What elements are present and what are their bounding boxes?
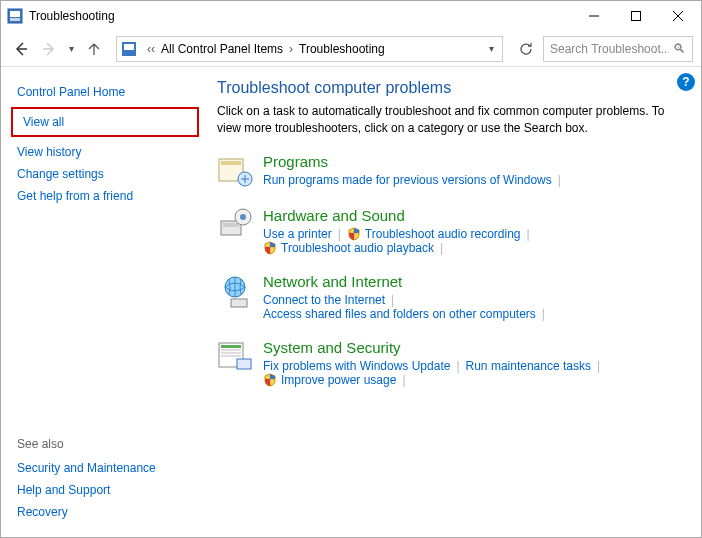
up-button[interactable] [82, 37, 106, 61]
link-connect-internet[interactable]: Connect to the Internet [263, 293, 385, 307]
breadcrumb-item-2[interactable]: Troubleshooting [299, 42, 385, 56]
link-divider: | [440, 241, 443, 255]
search-box[interactable]: 🔍︎ [543, 36, 693, 62]
link-shared-files[interactable]: Access shared files and folders on other… [263, 307, 536, 321]
category-title[interactable]: Hardware and Sound [263, 207, 681, 224]
sidebar-recovery[interactable]: Recovery [11, 501, 199, 523]
category-system: System and Security Fix problems with Wi… [217, 339, 681, 387]
svg-point-17 [240, 214, 246, 220]
svg-rect-2 [10, 18, 20, 21]
category-title[interactable]: Programs [263, 153, 681, 170]
svg-rect-1 [10, 11, 20, 17]
category-network: Network and Internet Connect to the Inte… [217, 273, 681, 321]
sidebar-change-settings[interactable]: Change settings [11, 163, 199, 185]
titlebar: Troubleshooting [1, 1, 701, 31]
shield-icon [263, 241, 277, 255]
category-programs: Programs Run programs made for previous … [217, 153, 681, 189]
link-power-usage[interactable]: Improve power usage [263, 373, 396, 387]
back-button[interactable] [9, 37, 33, 61]
search-icon: 🔍︎ [673, 41, 686, 56]
svg-rect-22 [221, 349, 241, 351]
system-icon [217, 339, 253, 375]
link-use-printer[interactable]: Use a printer [263, 227, 332, 241]
svg-rect-25 [237, 359, 251, 369]
breadcrumb-separator[interactable]: ‹‹ [147, 42, 155, 56]
category-hardware: Hardware and Sound Use a printer | Troub… [217, 207, 681, 255]
sidebar-home[interactable]: Control Panel Home [11, 81, 199, 103]
svg-rect-4 [632, 12, 641, 21]
link-run-programs-compat[interactable]: Run programs made for previous versions … [263, 173, 552, 187]
svg-rect-23 [221, 352, 241, 354]
sidebar: Control Panel Home View all View history… [1, 67, 209, 537]
sidebar-help-support[interactable]: Help and Support [11, 479, 199, 501]
programs-icon [217, 153, 253, 189]
svg-rect-15 [223, 223, 239, 227]
see-also-heading: See also [11, 431, 199, 457]
network-icon [217, 273, 253, 309]
minimize-button[interactable] [573, 2, 615, 30]
link-divider: | [402, 373, 405, 387]
toolbar: ▾ ‹‹ All Control Panel Items › Troublesh… [1, 31, 701, 67]
svg-rect-10 [124, 44, 134, 50]
svg-rect-24 [221, 355, 241, 357]
svg-rect-21 [221, 345, 241, 348]
address-dropdown[interactable]: ▾ [485, 43, 498, 54]
link-divider: | [558, 173, 561, 187]
page-title: Troubleshoot computer problems [217, 79, 681, 97]
close-button[interactable] [657, 2, 699, 30]
help-button[interactable]: ? [677, 73, 695, 91]
highlight-box: View all [11, 107, 199, 137]
shield-icon [347, 227, 361, 241]
control-panel-icon [121, 41, 137, 57]
sidebar-view-history[interactable]: View history [11, 141, 199, 163]
link-divider: | [338, 227, 341, 241]
app-icon [7, 8, 23, 24]
link-divider: | [542, 307, 545, 321]
link-divider: | [597, 359, 600, 373]
link-audio-playback[interactable]: Troubleshoot audio playback [263, 241, 434, 255]
forward-button[interactable] [37, 37, 61, 61]
breadcrumb-item-1[interactable]: All Control Panel Items [161, 42, 283, 56]
svg-rect-19 [231, 299, 247, 307]
breadcrumb-separator[interactable]: › [289, 42, 293, 56]
page-subtitle: Click on a task to automatically trouble… [217, 103, 681, 137]
window-title: Troubleshooting [29, 9, 573, 23]
svg-rect-12 [221, 161, 241, 165]
link-windows-update[interactable]: Fix problems with Windows Update [263, 359, 450, 373]
address-bar[interactable]: ‹‹ All Control Panel Items › Troubleshoo… [116, 36, 503, 62]
search-input[interactable] [550, 42, 669, 56]
link-divider: | [456, 359, 459, 373]
link-maintenance[interactable]: Run maintenance tasks [466, 359, 591, 373]
recent-locations-dropdown[interactable]: ▾ [65, 43, 78, 54]
category-title[interactable]: System and Security [263, 339, 681, 356]
link-audio-recording[interactable]: Troubleshoot audio recording [347, 227, 521, 241]
maximize-button[interactable] [615, 2, 657, 30]
link-divider: | [526, 227, 529, 241]
content-body: Control Panel Home View all View history… [1, 67, 701, 537]
refresh-button[interactable] [513, 36, 539, 62]
sidebar-security-maintenance[interactable]: Security and Maintenance [11, 457, 199, 479]
sidebar-get-help[interactable]: Get help from a friend [11, 185, 199, 207]
category-title[interactable]: Network and Internet [263, 273, 681, 290]
link-divider: | [391, 293, 394, 307]
main-panel: ? Troubleshoot computer problems Click o… [209, 67, 701, 537]
hardware-icon [217, 207, 253, 243]
sidebar-view-all[interactable]: View all [17, 111, 193, 133]
shield-icon [263, 373, 277, 387]
